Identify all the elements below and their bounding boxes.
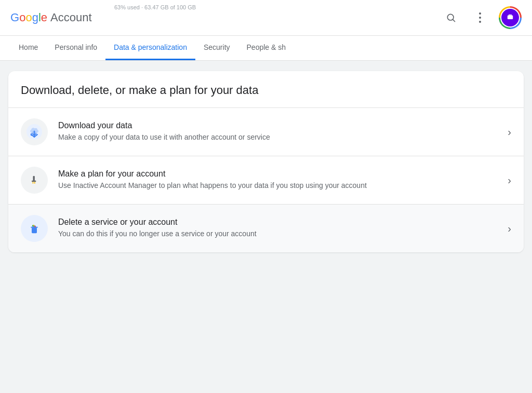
svg-line-1 xyxy=(453,20,455,22)
delete-service-text: Delete a service or your account You can… xyxy=(58,218,501,239)
account-manager-icon xyxy=(26,172,42,188)
search-icon xyxy=(446,12,456,23)
svg-point-15 xyxy=(34,226,36,227)
logo: Google Account xyxy=(10,11,441,24)
svg-rect-7 xyxy=(32,181,36,182)
svg-point-16 xyxy=(33,225,34,226)
download-data-title: Download your data xyxy=(58,121,501,130)
tab-people-sharing[interactable]: People & sh xyxy=(238,36,295,60)
account-label: Account xyxy=(50,11,92,24)
search-button[interactable] xyxy=(441,7,461,28)
plan-account-icon-container xyxy=(21,167,48,194)
more-options-button[interactable] xyxy=(470,7,490,28)
svg-rect-2 xyxy=(508,16,513,20)
delete-service-item[interactable]: Delete a service or your account You can… xyxy=(8,204,524,252)
download-data-chevron: › xyxy=(508,126,511,138)
app-header: Google Account 63% used · 63.47 GB of 10… xyxy=(0,0,532,36)
svg-rect-6 xyxy=(33,176,35,181)
three-dots-icon xyxy=(479,12,481,23)
plan-account-title: Make a plan for your account xyxy=(58,169,501,179)
avatar-icon xyxy=(506,13,515,22)
delete-service-icon-container xyxy=(21,215,48,242)
download-data-item[interactable]: Download your data Make a copy of your d… xyxy=(8,107,524,156)
account-avatar-button[interactable] xyxy=(499,6,522,29)
header-actions xyxy=(441,6,522,29)
tab-personal-info[interactable]: Personal info xyxy=(46,36,105,60)
tab-security[interactable]: Security xyxy=(195,36,238,60)
plan-account-desc: Use Inactive Account Manager to plan wha… xyxy=(58,181,501,191)
data-management-card: Download, delete, or make a plan for you… xyxy=(8,71,524,252)
svg-rect-12 xyxy=(31,227,37,228)
download-data-icon-container xyxy=(21,118,48,145)
main-content: Download, delete, or make a plan for you… xyxy=(0,61,532,263)
avatar xyxy=(501,9,519,26)
tab-data-personalization[interactable]: Data & personalization xyxy=(105,36,195,60)
navigation-tabs: Home Personal info Data & personalizatio… xyxy=(0,36,532,61)
svg-point-0 xyxy=(447,14,454,20)
download-data-text: Download your data Make a copy of your d… xyxy=(58,121,501,143)
download-data-desc: Make a copy of your data to use it with … xyxy=(58,132,501,143)
svg-rect-9 xyxy=(34,182,35,183)
svg-rect-11 xyxy=(32,227,37,233)
delete-service-desc: You can do this if you no longer use a s… xyxy=(58,229,501,239)
download-cloud-icon xyxy=(26,124,42,140)
svg-rect-8 xyxy=(33,182,34,183)
plan-account-text: Make a plan for your account Use Inactiv… xyxy=(58,169,501,191)
section-title: Download, delete, or make a plan for you… xyxy=(8,71,524,107)
delete-bin-icon xyxy=(26,221,42,236)
storage-info: 63% used · 63.47 GB of 100 GB xyxy=(114,4,196,10)
delete-service-chevron: › xyxy=(508,223,511,235)
google-wordmark: Google xyxy=(10,11,47,24)
delete-service-title: Delete a service or your account xyxy=(58,218,501,227)
plan-account-item[interactable]: Make a plan for your account Use Inactiv… xyxy=(8,156,524,204)
plan-account-chevron: › xyxy=(508,174,511,186)
tab-home[interactable]: Home xyxy=(10,36,46,60)
